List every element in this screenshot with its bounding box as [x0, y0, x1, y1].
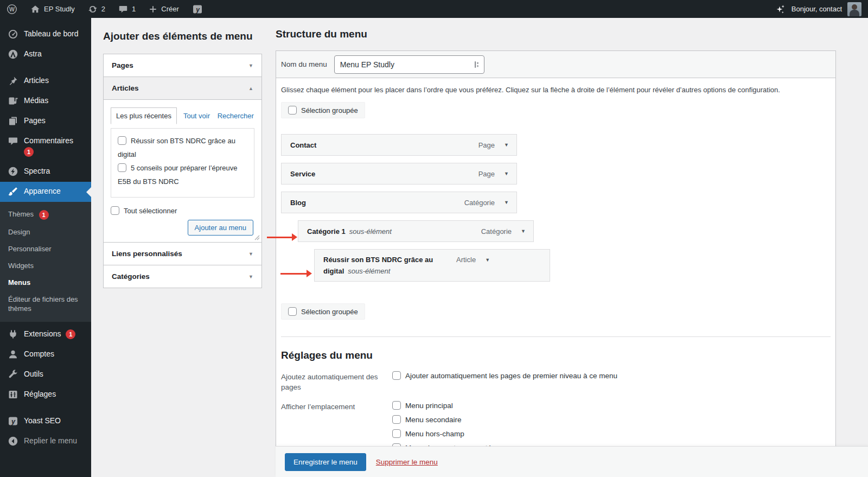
- comments-badge: 1: [24, 147, 34, 157]
- articles-tabs: Les plus récentesTout voir Rechercher: [111, 107, 254, 124]
- greeting-text[interactable]: Bonjour, contact: [792, 5, 842, 13]
- sparkles-icon[interactable]: [774, 3, 786, 15]
- menu-structure-body: Glissez chaque élément pour les placer d…: [276, 78, 835, 476]
- select-all-checkbox[interactable]: [111, 206, 119, 215]
- sidebar-item-comments[interactable]: Commentaires 1: [0, 131, 91, 162]
- user-avatar[interactable]: [847, 2, 861, 16]
- submenu-item-menus[interactable]: Menus: [0, 274, 91, 291]
- sidebar-item-spectra[interactable]: Spectra: [0, 162, 91, 182]
- structure-description: Glissez chaque élément pour les placer d…: [281, 86, 831, 94]
- comments-menu[interactable]: 1: [112, 0, 142, 18]
- menu-name-label: Nom du menu: [281, 60, 327, 68]
- grammar-extension-icon: [473, 61, 481, 68]
- article-checkbox[interactable]: [118, 136, 126, 145]
- save-menu-button[interactable]: Enregistrer le menu: [285, 453, 366, 471]
- select-all-row[interactable]: Tout sélectionner: [111, 206, 254, 215]
- accordion-section-custom-links[interactable]: Liens personnalisés ▼: [104, 242, 261, 265]
- sidebar-item-articles[interactable]: Articles: [0, 71, 91, 91]
- menu-item-categorie-1[interactable]: Catégorie 1sous-élément Catégorie▼: [298, 220, 534, 242]
- dashboard-icon: [8, 29, 18, 40]
- menu-items-list: Contact Page▼ Service Page▼ Blog Catégor…: [281, 134, 831, 282]
- bulk-select-checkbox[interactable]: [288, 106, 297, 115]
- sidebar-item-yoast[interactable]: y Yoast SEO: [0, 411, 91, 431]
- tab-search[interactable]: Rechercher: [218, 110, 254, 122]
- accordion-section-categories[interactable]: Catégories ▼: [104, 265, 261, 288]
- sidebar-item-settings[interactable]: Réglages: [0, 385, 91, 405]
- sidebar-item-appearance[interactable]: Apparence: [0, 182, 91, 202]
- auto-add-option-row[interactable]: Ajouter automatiquement les pages de pre…: [392, 371, 617, 381]
- sidebar-label: Extensions 1: [24, 329, 75, 339]
- articles-panel-body: Les plus récentesTout voir Rechercher Ré…: [104, 100, 261, 242]
- sidebar-item-tools[interactable]: Outils: [0, 365, 91, 385]
- menu-item-contact[interactable]: Contact Page▼: [281, 134, 517, 156]
- sidebar-item-accounts[interactable]: Comptes: [0, 345, 91, 365]
- location-checkbox[interactable]: [392, 401, 401, 410]
- menu-item-type: Page: [478, 170, 495, 178]
- bulk-select-button-bottom[interactable]: Sélection groupée: [281, 303, 365, 320]
- sidebar-label: Replier le menu: [24, 436, 77, 446]
- chevron-up-icon: ▲: [248, 86, 253, 91]
- sidebar-item-dashboard[interactable]: Tableau de bord: [0, 24, 91, 44]
- location-label: Menu secondaire: [405, 416, 462, 424]
- item-expand-icon[interactable]: ▼: [485, 257, 490, 263]
- menu-item-text: Catégorie 1sous-élément: [307, 226, 476, 237]
- brush-icon: [8, 186, 18, 197]
- location-checkbox[interactable]: [392, 429, 401, 438]
- menu-item-blog[interactable]: Blog Catégorie▼: [281, 192, 517, 213]
- tab-most-recent[interactable]: Les plus récentes: [111, 107, 177, 124]
- item-expand-icon[interactable]: ▼: [504, 171, 509, 176]
- auto-add-checkbox[interactable]: [392, 371, 401, 380]
- menu-item-type: Catégorie: [481, 227, 512, 236]
- submenu-item-widgets[interactable]: Widgets: [0, 257, 91, 274]
- bulk-select-checkbox[interactable]: [288, 307, 297, 316]
- menu-item-service[interactable]: Service Page▼: [281, 163, 517, 185]
- article-option-row[interactable]: Réussir son BTS NDRC grâce au digital: [118, 134, 247, 161]
- item-expand-icon[interactable]: ▼: [504, 142, 509, 148]
- delete-menu-link[interactable]: Supprimer le menu: [376, 458, 438, 466]
- accordion-section-pages[interactable]: Pages ▼: [104, 54, 261, 77]
- sidebar-item-astra[interactable]: Astra: [0, 44, 91, 65]
- comments-count: 1: [132, 5, 136, 13]
- location-option-secondary[interactable]: Menu secondaire: [392, 415, 492, 425]
- updates-menu[interactable]: 2: [81, 0, 112, 18]
- yoast-menu[interactable]: y: [186, 0, 209, 18]
- location-option-primary[interactable]: Menu principal: [392, 400, 492, 411]
- accordion-section-articles[interactable]: Articles ▲: [104, 77, 261, 100]
- menu-name-input[interactable]: [334, 55, 484, 74]
- item-expand-icon[interactable]: ▼: [521, 228, 526, 234]
- section-title: Liens personnalisés: [112, 250, 182, 258]
- arrow-head: [307, 270, 312, 277]
- menu-item-reussir-bts[interactable]: Réussir son BTS NDRC grâce au digitalsou…: [314, 249, 550, 282]
- menu-item-title: Contact: [290, 141, 316, 149]
- pages-icon: [8, 116, 18, 126]
- new-content-menu[interactable]: Créer: [142, 0, 186, 18]
- collapse-arrow-icon: [8, 436, 18, 447]
- add-to-menu-button[interactable]: Ajouter au menu: [188, 220, 253, 236]
- location-checkbox[interactable]: [392, 415, 401, 424]
- article-option-row[interactable]: 5 conseils pour préparer l’épreuve E5B d…: [118, 161, 247, 188]
- section-title: Catégories: [112, 272, 150, 281]
- item-expand-icon[interactable]: ▼: [504, 200, 509, 205]
- tab-view-all[interactable]: Tout voir: [183, 112, 210, 120]
- article-checkbox[interactable]: [118, 163, 126, 172]
- sidebar-item-medias[interactable]: Médias: [0, 91, 91, 111]
- submenu-item-design[interactable]: Design: [0, 224, 91, 240]
- bulk-select-button-top[interactable]: Sélection groupée: [281, 102, 365, 118]
- site-menu[interactable]: EP Studly: [24, 0, 81, 18]
- resize-handle-icon[interactable]: [254, 235, 260, 240]
- location-option-offcanvas[interactable]: Menu hors-champ: [392, 429, 492, 439]
- wordpress-logo-menu[interactable]: W: [0, 0, 24, 18]
- auto-add-options: Ajouter automatiquement les pages de pre…: [392, 371, 617, 392]
- submenu-item-theme-file-editor[interactable]: Éditeur de fichiers des thèmes: [0, 291, 87, 317]
- pushpin-icon: [8, 75, 18, 86]
- sidebar-label: Pages: [24, 116, 46, 125]
- section-title: Articles: [112, 84, 139, 92]
- sidebar-label: Commentaires: [24, 136, 73, 145]
- auto-add-label: Ajoutez automatiquement des pages: [281, 371, 392, 392]
- sidebar-item-pages[interactable]: Pages: [0, 111, 91, 131]
- submenu-item-themes[interactable]: Thèmes 1: [0, 206, 91, 224]
- sidebar-collapse-button[interactable]: Replier le menu: [0, 431, 91, 451]
- submenu-item-customize[interactable]: Personnaliser: [0, 240, 91, 257]
- sidebar-label: Réglages: [24, 390, 56, 399]
- sidebar-item-extensions[interactable]: Extensions 1: [0, 325, 91, 345]
